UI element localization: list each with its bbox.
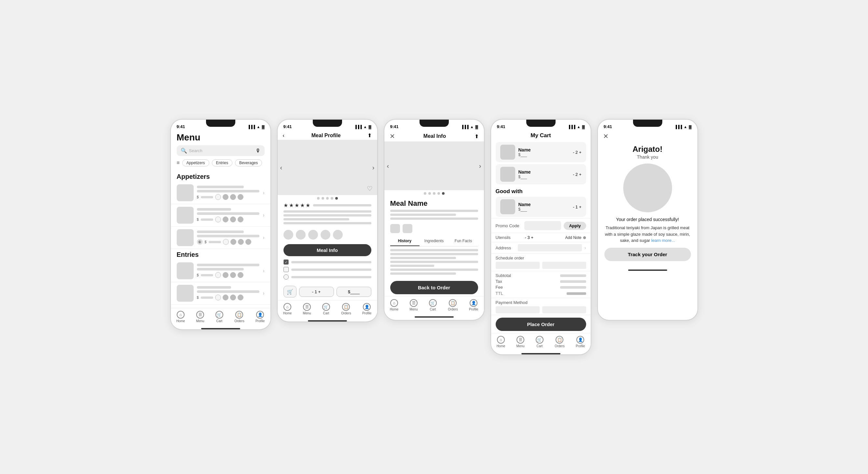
nav-orders[interactable]: 📋 Orders	[555, 336, 565, 348]
dot	[437, 192, 440, 195]
carousel-left-icon[interactable]: ‹	[387, 162, 389, 170]
chevron-right-icon[interactable]: ›	[262, 235, 264, 241]
nav-orders-label: Orders	[341, 311, 351, 315]
option-row: ✓	[283, 260, 371, 265]
carousel-right-icon[interactable]: ›	[372, 164, 375, 171]
action-btn-1[interactable]	[390, 224, 400, 233]
filter-chip-appetizers[interactable]: Appetizers	[182, 159, 209, 166]
menu-item[interactable]: $ ›	[171, 204, 271, 227]
apply-button[interactable]: Apply	[564, 222, 586, 230]
address-input[interactable]	[518, 244, 582, 251]
carousel-right-icon[interactable]: ›	[479, 162, 482, 170]
radio-button[interactable]	[283, 274, 289, 280]
schedule-time-input[interactable]	[542, 262, 586, 269]
learn-more-link[interactable]: learn more...	[651, 238, 675, 243]
cart-item-image	[500, 167, 515, 182]
nav-menu[interactable]: ☰ Menu	[517, 336, 525, 348]
tab-history[interactable]: History	[390, 236, 420, 246]
carousel-left-icon[interactable]: ‹	[280, 164, 282, 171]
action-btn-2[interactable]	[403, 224, 412, 233]
desc-line	[283, 214, 371, 216]
close-icon[interactable]: ✕	[603, 132, 609, 140]
nav-home[interactable]: ⌂ Home	[177, 311, 185, 323]
cart-item-info: Name $___	[519, 202, 570, 212]
nav-menu[interactable]: ☰ Menu	[410, 299, 418, 311]
payment-input-1[interactable]	[496, 306, 539, 313]
nav-home[interactable]: ⌂ Home	[283, 303, 292, 315]
nav-cart[interactable]: 🛒 Cart	[322, 303, 330, 315]
nav-profile[interactable]: 👤 Profile	[255, 311, 265, 323]
close-icon[interactable]: ✕	[390, 132, 395, 140]
track-order-button[interactable]: Track your Order	[604, 248, 691, 261]
share-icon[interactable]: ⬆	[474, 133, 479, 139]
promo-input[interactable]	[524, 221, 561, 230]
back-icon[interactable]: ‹	[283, 133, 284, 138]
menu-item[interactable]: $ ›	[171, 260, 271, 282]
item-line	[197, 231, 244, 233]
item-image	[177, 207, 194, 224]
profile-circles	[278, 227, 377, 242]
add-note-button[interactable]: Add Note ⊕	[565, 235, 586, 240]
cart-icon-button[interactable]: 🛒	[283, 286, 297, 298]
cart-icon: 🛒	[536, 336, 544, 344]
item-line	[197, 268, 244, 270]
checkbox-checked[interactable]: ✓	[283, 260, 289, 265]
nav-profile[interactable]: 👤 Profile	[362, 303, 371, 315]
chevron-right-icon[interactable]: ›	[262, 190, 264, 196]
heart-icon[interactable]: ♡	[367, 185, 373, 193]
cart-item-1: Name $___ - 2 +	[496, 142, 586, 162]
nav-cart[interactable]: 🛒 Cart	[429, 299, 437, 311]
qty-controls-1[interactable]: - 2 +	[573, 150, 581, 155]
tab-ingredients[interactable]: Ingredients	[420, 236, 449, 246]
arigato-title: Arigato!	[633, 145, 663, 154]
mic-icon: 🎙	[255, 148, 261, 154]
nav-home[interactable]: ⌂ Home	[390, 299, 399, 311]
nav-orders[interactable]: 📋 Orders	[448, 299, 458, 311]
filter-chip-beverages[interactable]: Beverages	[235, 159, 262, 166]
back-to-order-button[interactable]: Back to Order	[390, 281, 478, 294]
nav-orders[interactable]: 📋 Orders	[341, 303, 351, 315]
tab-fun-facts[interactable]: Fun Facts	[449, 236, 478, 246]
nav-cart[interactable]: 🛒 Cart	[215, 311, 223, 323]
menu-item[interactable]: ① $ ›	[171, 227, 271, 249]
schedule-date-input[interactable]	[496, 262, 539, 269]
payment-input-2[interactable]	[542, 306, 586, 313]
circle	[230, 239, 236, 245]
meal-info-button[interactable]: Meal Info	[283, 244, 371, 256]
meal-info-header: ✕ Meal Info ⬆	[384, 130, 484, 141]
nav-menu[interactable]: ☰ Menu	[303, 303, 311, 315]
filter-chip-entries[interactable]: Entries	[212, 159, 232, 166]
checkbox[interactable]	[283, 267, 289, 272]
badge: ①	[197, 239, 203, 245]
nav-menu[interactable]: ☰ Menu	[196, 311, 205, 323]
chevron-right-icon[interactable]: ›	[262, 212, 264, 218]
nav-profile[interactable]: 👤 Profile	[576, 336, 585, 348]
filter-row: ≡ Appetizers Entries Beverages	[177, 159, 265, 166]
utensils-qty[interactable]: - 3 +	[525, 235, 533, 240]
filter-icon[interactable]: ≡	[177, 160, 180, 166]
tab-content-lines	[384, 248, 484, 278]
chevron-right-icon[interactable]: ›	[262, 268, 264, 274]
nav-home[interactable]: ⌂ Home	[497, 336, 505, 348]
content-line	[390, 257, 456, 259]
subtotal-value	[560, 274, 586, 277]
qty-controls-2[interactable]: - 2 +	[573, 172, 581, 177]
qty-controls-good[interactable]: - 1 +	[573, 204, 581, 209]
quantity-stepper[interactable]: - 1 +	[299, 287, 334, 297]
notch	[633, 120, 662, 127]
nav-profile[interactable]: 👤 Profile	[469, 299, 478, 311]
item-details: $	[197, 185, 260, 200]
wifi-icon: ▲	[257, 125, 260, 129]
menu-item[interactable]: $ ›	[171, 282, 271, 305]
item-price-row: $	[197, 295, 260, 300]
place-order-button[interactable]: Place Order	[496, 317, 586, 331]
menu-item[interactable]: $ ›	[171, 182, 271, 204]
chevron-right-icon[interactable]: ›	[262, 290, 264, 296]
share-icon[interactable]: ⬆	[367, 132, 372, 138]
orders-icon: 📋	[556, 336, 563, 344]
circle	[223, 239, 229, 245]
nav-cart[interactable]: 🛒 Cart	[536, 336, 544, 348]
nav-orders[interactable]: 📋 Orders	[234, 311, 244, 323]
search-bar[interactable]: 🔍 Search 🎙	[177, 145, 265, 156]
circles-row	[215, 194, 243, 200]
